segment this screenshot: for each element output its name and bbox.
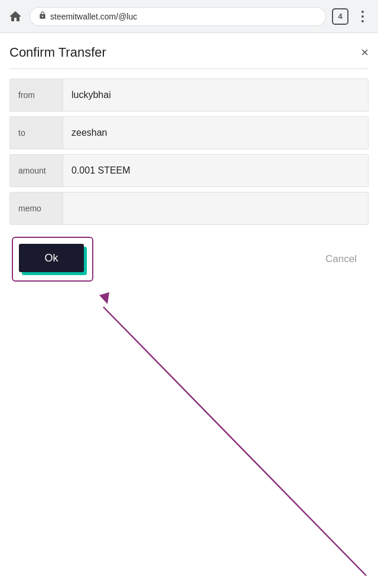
from-value: luckybhai <box>63 90 119 100</box>
amount-label: amount <box>10 155 63 187</box>
cancel-button[interactable]: Cancel <box>316 249 366 270</box>
lock-icon <box>38 11 47 22</box>
browser-chrome: steemitwallet.com/@luc 4 <box>0 0 378 33</box>
tab-count[interactable]: 4 <box>332 8 348 25</box>
dialog-header: Confirm Transfer × <box>9 45 369 60</box>
ok-button-wrapper: Ok <box>19 244 84 272</box>
ok-highlight-box: Ok <box>12 237 93 282</box>
dialog-title: Confirm Transfer <box>9 45 106 60</box>
from-row: from luckybhai <box>9 79 369 112</box>
svg-marker-1 <box>99 292 109 304</box>
home-icon[interactable] <box>7 8 24 25</box>
to-row: to zeeshan <box>9 116 369 149</box>
ok-button[interactable]: Ok <box>19 244 84 272</box>
from-label: from <box>10 79 63 111</box>
url-bar[interactable]: steemitwallet.com/@luc <box>30 7 326 26</box>
to-label: to <box>10 117 63 149</box>
memo-row: memo <box>9 192 369 225</box>
url-text: steemitwallet.com/@luc <box>50 12 137 21</box>
amount-row: amount 0.001 STEEM <box>9 154 369 187</box>
close-button[interactable]: × <box>361 46 369 59</box>
header-divider <box>9 68 369 69</box>
confirm-transfer-dialog: Confirm Transfer × from luckybhai to zee… <box>0 33 378 293</box>
amount-value: 0.001 STEEM <box>63 165 139 176</box>
svg-line-0 <box>103 307 366 576</box>
to-value: zeeshan <box>63 128 116 138</box>
browser-menu-button[interactable] <box>354 8 371 25</box>
buttons-area: Ok Cancel <box>9 237 369 282</box>
memo-label: memo <box>10 192 63 224</box>
